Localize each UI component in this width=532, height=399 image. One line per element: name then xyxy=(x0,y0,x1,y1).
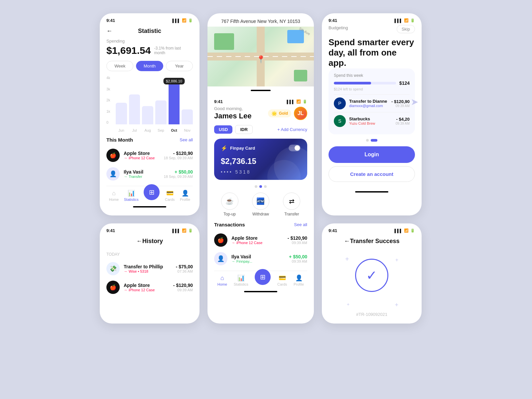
see-all-1[interactable]: See all xyxy=(180,137,193,142)
budget-title: Spend smarter every day, all from one ap… xyxy=(329,37,415,68)
center-action-button-3[interactable]: ⊞ xyxy=(255,269,271,285)
chart-tooltip: $2,886.10 xyxy=(163,78,185,84)
apple-icon-3: 🍎 xyxy=(214,233,227,247)
map-address: 767 Fifth Avenue New York, NY 10153 xyxy=(207,13,314,27)
dashboard-tx-2: 👤 Ilya Vasil → Finnpay... + $50,00 09:39… xyxy=(214,249,307,268)
statistic-header: ← Statistic xyxy=(106,25,193,39)
dashboard-inner: Good morning, James Lee 🌟 Gold JL USD ID… xyxy=(207,106,314,324)
nav-statistics-1[interactable]: 📊 Statistics xyxy=(124,190,139,201)
progress-fill xyxy=(334,82,371,84)
history-tx-info-2: Apple Store → iPhone 12 Case xyxy=(124,283,169,292)
filter-tabs: Week Month Year xyxy=(106,61,193,71)
badge-emoji: 🌟 xyxy=(271,111,277,116)
paypal-icon: P xyxy=(334,97,346,109)
dashboard-tx-right-2: + $50,00 09:39 AM xyxy=(289,254,307,263)
currency-idr[interactable]: IDR xyxy=(235,125,252,134)
dashboard-tx-info-1: Apple Store → iPhone 12 Case xyxy=(231,235,284,245)
this-month-title: This Month xyxy=(106,137,133,143)
wifi-icon-5: 📶 xyxy=(182,228,187,233)
user-icon-1: 👤 xyxy=(106,167,120,181)
status-bar-6: 9:41 ▌▌▌ 📶 🔋 xyxy=(322,223,422,235)
bar-sep xyxy=(155,100,167,124)
nav-statistics-3[interactable]: 📊 Statistics xyxy=(234,274,248,286)
map-building-3 xyxy=(294,70,307,81)
nav-bar-3: ⌂ Home 📊 Statistics ⊞ 💳 Cards 👤 Profile xyxy=(214,271,307,288)
login-button[interactable]: Login xyxy=(329,146,415,163)
nav-profile-1[interactable]: 👤 Profile xyxy=(180,190,190,201)
topup-button[interactable]: ☕ Top-up xyxy=(221,193,238,216)
home-indicator-1 xyxy=(133,206,166,207)
time-6: 9:41 xyxy=(329,228,337,233)
card-dots xyxy=(214,185,307,188)
back-button-6[interactable]: ← xyxy=(344,238,350,245)
transfer-ref: #TR-109092021 xyxy=(329,312,415,317)
apple-icon-5: 🍎 xyxy=(106,281,120,294)
nav-cards-1[interactable]: 💳 Cards xyxy=(165,190,175,201)
transfer-success-screen: 9:41 ▌▌▌ 📶 🔋 ← Transfer Success + + + + … xyxy=(322,223,422,324)
status-icons-5: ▌▌▌ 📶 🔋 xyxy=(173,228,193,233)
home-icon-1: ⌂ xyxy=(112,190,116,197)
main-dashboard-screen: 767 Fifth Avenue New York, NY 10153 5th … xyxy=(207,13,314,324)
create-account-button[interactable]: Create an account xyxy=(329,166,415,182)
skip-button[interactable]: Skip xyxy=(397,25,415,33)
toggle-dot xyxy=(295,145,300,151)
bar-oct: $2,886.10 xyxy=(169,78,180,124)
history-inner: ← History TODAY 💸 Transfer to Phillip → … xyxy=(100,235,200,303)
dashboard-tx-1: 🍎 Apple Store → iPhone 12 Case - $120,90… xyxy=(214,231,307,249)
status-bar-3: 9:41 ▌▌▌ 📶 🔋 xyxy=(207,94,314,106)
back-button-5[interactable]: ← xyxy=(136,238,142,245)
bar-aug xyxy=(142,106,153,124)
budget-tx-right-1: - $120,90 09:39 AM xyxy=(391,99,410,108)
currency-usd[interactable]: USD xyxy=(214,125,232,134)
signal-icon: ▌▌▌ xyxy=(173,19,180,23)
withdraw-button[interactable]: 🏧 Withdraw xyxy=(252,193,269,216)
history-tx-right-2: - $120,90 09:39 AM xyxy=(173,283,193,292)
tab-year[interactable]: Year xyxy=(166,61,193,71)
chart-y-labels: 4k 3k 2k 1k 0 xyxy=(106,76,110,124)
nav-home-1[interactable]: ⌂ Home xyxy=(109,190,119,201)
progress-bar xyxy=(334,82,396,84)
back-button-1[interactable]: ← xyxy=(106,28,112,35)
tab-week[interactable]: Week xyxy=(106,61,133,71)
time-3: 9:41 xyxy=(214,99,223,104)
see-all-3[interactable]: See all xyxy=(294,222,307,227)
spend-week-label: Spend this week xyxy=(334,73,410,78)
deco-plus-3: + xyxy=(347,302,349,307)
map-building-1 xyxy=(214,33,234,50)
tab-month[interactable]: Month xyxy=(136,61,163,71)
finpay-toggle[interactable] xyxy=(289,145,301,151)
action-buttons: ☕ Top-up 🏧 Withdraw ⇄ Transfer xyxy=(214,193,307,216)
nav-bar-1: ⌂ Home 📊 Statistics ⊞ 💳 Cards 👤 Profile xyxy=(106,186,193,203)
wifi-icon-6: 📶 xyxy=(404,228,409,233)
finpay-card: ⚡ Finpay Card $2,736.15 •••• 5318 xyxy=(214,139,307,180)
nav-profile-3[interactable]: 👤 Profile xyxy=(294,274,304,286)
cards-icon-1: 💳 xyxy=(166,190,174,197)
deco-plus-1: + xyxy=(345,255,349,263)
center-action-button-1[interactable]: ⊞ xyxy=(144,184,160,200)
success-animation: + + + + ✓ xyxy=(348,259,395,305)
success-circle: ✓ xyxy=(355,259,388,292)
this-month-header: This Month See all xyxy=(106,137,193,143)
home-indicator-4 xyxy=(355,191,388,193)
success-header: ← Transfer Success xyxy=(329,235,415,249)
currency-tabs: USD IDR + Add Currency xyxy=(214,125,307,134)
budget-card-inner: Spend this week $124 $124 left to spend … xyxy=(329,68,415,134)
tx-info-1: Apple Store → iPhone 12 Case xyxy=(124,151,160,160)
profile-icon-3: 👤 xyxy=(295,274,303,282)
add-currency-button[interactable]: + Add Currency xyxy=(277,127,307,132)
chart-area: 4k 3k 2k 1k 0 xyxy=(106,76,193,132)
badge-text: Gold xyxy=(279,111,288,116)
budget-tx-1: P Transfer to Dianne diamxxx@gmail.com -… xyxy=(334,94,410,112)
status-icons-1: ▌▌▌ 📶 🔋 xyxy=(173,18,193,23)
chart-bars: $2,886.10 xyxy=(116,76,193,124)
budgeting-screen: 9:41 ▌▌▌ 📶 🔋 Budgeting Skip Spend smarte… xyxy=(322,13,422,215)
statistic-screen: 9:41 ▌▌▌ 📶 🔋 ← Statistic Spending $1,691… xyxy=(100,13,200,215)
transfer-button[interactable]: ⇄ Transfer xyxy=(283,193,300,216)
stats-icon-3: 📊 xyxy=(237,274,245,282)
nav-cards-3[interactable]: 💳 Cards xyxy=(277,274,287,286)
map-section: 767 Fifth Avenue New York, NY 10153 5th … xyxy=(207,13,314,94)
map-building-2 xyxy=(287,30,304,43)
budget-header-row: Budgeting Skip xyxy=(329,25,415,33)
wifi-icon-4: 📶 xyxy=(404,18,409,23)
nav-home-3[interactable]: ⌂ Home xyxy=(217,275,227,286)
